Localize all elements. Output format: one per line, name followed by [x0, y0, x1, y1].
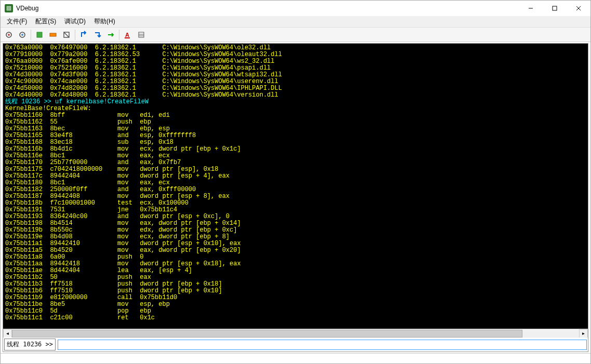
- scroll-left-button[interactable]: ◄: [3, 329, 12, 338]
- toolbar-btn-7[interactable]: [91, 29, 103, 41]
- console-wrap: 0x763a0000 0x76497000 6.2.18362.1 C:\Win…: [3, 44, 588, 338]
- toolbar-sep-2: [75, 30, 75, 40]
- toolbar-btn-8[interactable]: [104, 29, 117, 41]
- scroll-thumb[interactable]: [12, 330, 522, 338]
- svg-rect-2: [553, 6, 557, 10]
- scroll-right-button[interactable]: ►: [579, 329, 588, 338]
- toolbar-btn-4[interactable]: [47, 29, 59, 41]
- menu-config[interactable]: 配置(S): [31, 16, 60, 27]
- maximize-button[interactable]: [543, 1, 567, 16]
- toolbar-btn-3[interactable]: [33, 29, 46, 41]
- horizontal-scrollbar[interactable]: ◄ ►: [3, 329, 588, 338]
- app-icon: [5, 4, 13, 12]
- toolbar-btn-10[interactable]: [135, 29, 147, 41]
- svg-point-8: [21, 34, 23, 36]
- scroll-track[interactable]: [12, 329, 579, 338]
- menu-help[interactable]: 帮助(H): [90, 16, 119, 27]
- svg-rect-0: [7, 6, 11, 10]
- svg-rect-9: [37, 32, 42, 37]
- status-bar: [1, 353, 590, 363]
- menu-debug[interactable]: 调试(D): [60, 16, 90, 27]
- command-input[interactable]: [58, 340, 587, 350]
- svg-rect-10: [50, 33, 56, 36]
- toolbar-btn-1[interactable]: [3, 29, 15, 41]
- menu-file[interactable]: 文件(F): [3, 16, 31, 27]
- console-output[interactable]: 0x763a0000 0x76497000 6.2.18362.1 C:\Win…: [3, 44, 588, 329]
- toolbar-sep-1: [31, 30, 31, 40]
- prompt-label: 线程 10236 >>: [4, 339, 56, 350]
- svg-text:A: A: [125, 32, 129, 38]
- toolbar-btn-9[interactable]: A: [122, 29, 134, 41]
- toolbar-btn-5[interactable]: [60, 29, 73, 41]
- main-panel: 0x763a0000 0x76497000 6.2.18362.1 C:\Win…: [3, 43, 588, 352]
- titlebar: VDebug: [1, 1, 590, 16]
- toolbar-sep-3: [119, 30, 119, 40]
- app-window: VDebug 文件(F) 配置(S) 调试(D) 帮助(H) A 0x763a0…: [0, 0, 591, 364]
- close-button[interactable]: [567, 1, 590, 16]
- window-title: VDebug: [16, 5, 519, 12]
- window-buttons: [519, 1, 590, 16]
- toolbar-btn-2[interactable]: [16, 29, 29, 41]
- command-row: 线程 10236 >>: [3, 338, 588, 352]
- toolbar: A: [1, 28, 590, 42]
- svg-rect-13: [139, 32, 144, 37]
- svg-point-6: [8, 34, 10, 36]
- minimize-button[interactable]: [519, 1, 543, 16]
- menubar: 文件(F) 配置(S) 调试(D) 帮助(H): [1, 16, 590, 28]
- toolbar-btn-6[interactable]: [77, 29, 90, 41]
